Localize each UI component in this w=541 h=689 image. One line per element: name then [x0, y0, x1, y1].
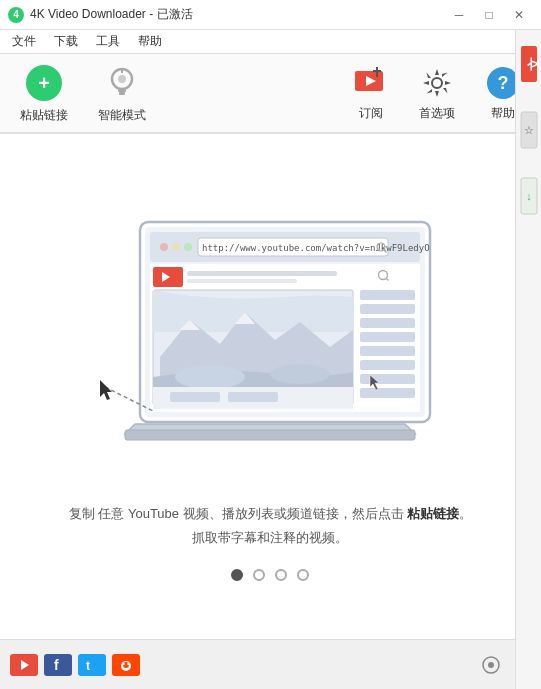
paste-link-button[interactable]: + 粘贴链接	[10, 57, 78, 130]
smart-mode-button[interactable]: 智能模式	[88, 57, 156, 130]
settings-bottom-icon[interactable]	[477, 654, 505, 676]
menu-download[interactable]: 下载	[46, 30, 86, 53]
dot-2[interactable]	[253, 569, 265, 581]
description-line1: 复制 任意 YouTube 视频、播放列表或频道链接，然后点击 粘贴链接。	[69, 502, 473, 525]
desc-period: 。	[459, 506, 472, 521]
svg-point-60	[127, 662, 129, 664]
page-dots	[231, 569, 309, 581]
svg-point-34	[270, 364, 330, 384]
svg-point-11	[432, 78, 442, 88]
svg-text:+: +	[38, 72, 50, 94]
reddit-icon[interactable]	[112, 654, 140, 676]
subscribe-button[interactable]: 订阅	[343, 59, 399, 128]
svg-rect-27	[187, 271, 337, 276]
svg-rect-28	[187, 279, 297, 283]
svg-rect-4	[119, 92, 125, 95]
svg-rect-37	[360, 318, 415, 328]
desc-highlight: 粘贴链接	[407, 506, 459, 521]
svg-point-18	[172, 243, 180, 251]
title-bar-left: 4 4K Video Downloader - 已激活	[8, 6, 193, 23]
dot-1[interactable]	[231, 569, 243, 581]
twitter-icon[interactable]: t	[78, 654, 106, 676]
svg-rect-3	[118, 89, 126, 92]
menu-help[interactable]: 帮助	[130, 30, 170, 53]
right-panel-item-1[interactable]: 文	[517, 34, 541, 94]
right-panel-item-2[interactable]: ☆	[517, 100, 541, 160]
minimize-button[interactable]: ─	[445, 4, 473, 26]
title-bar-controls: ─ □ ✕	[445, 4, 533, 26]
preferences-button[interactable]: 首选项	[409, 59, 465, 128]
preferences-icon	[419, 65, 455, 101]
menu-bar: 文件 下载 工具 帮助	[0, 30, 541, 54]
svg-point-62	[488, 662, 494, 668]
svg-rect-39	[360, 346, 415, 356]
svg-rect-36	[360, 304, 415, 314]
app-title: 4K Video Downloader - 已激活	[30, 6, 193, 23]
description-line2: 抓取带字幕和注释的视频。	[69, 526, 473, 549]
svg-text:t: t	[86, 659, 90, 673]
svg-rect-54	[81, 654, 103, 676]
help-label: 帮助	[491, 105, 515, 122]
svg-rect-40	[360, 360, 415, 370]
maximize-button[interactable]: □	[475, 4, 503, 26]
svg-point-17	[160, 243, 168, 251]
svg-rect-47	[125, 430, 415, 440]
close-button[interactable]: ✕	[505, 4, 533, 26]
svg-point-19	[184, 243, 192, 251]
dot-3[interactable]	[275, 569, 287, 581]
dot-4[interactable]	[297, 569, 309, 581]
svg-rect-38	[360, 332, 415, 342]
laptop-illustration-container: http://www.youtube.com/watch?v=nJkwF9Led…	[69, 212, 473, 581]
svg-rect-35	[360, 290, 415, 300]
right-panel: 文 ☆ ↓	[515, 30, 541, 689]
svg-point-33	[175, 365, 245, 389]
svg-marker-49	[100, 380, 112, 400]
svg-text:f: f	[54, 657, 59, 673]
svg-text:↓: ↓	[526, 190, 532, 202]
smart-mode-icon	[102, 63, 142, 103]
subscribe-label: 订阅	[359, 105, 383, 122]
right-panel-item-3[interactable]: ↓	[517, 166, 541, 226]
svg-rect-45	[228, 392, 278, 402]
description: 复制 任意 YouTube 视频、播放列表或频道链接，然后点击 粘贴链接。 抓取…	[69, 502, 473, 549]
facebook-icon[interactable]: f	[44, 654, 72, 676]
svg-text:?: ?	[498, 73, 509, 93]
preferences-label: 首选项	[419, 105, 455, 122]
svg-point-6	[118, 75, 126, 83]
svg-rect-42	[360, 388, 415, 398]
laptop-illustration: http://www.youtube.com/watch?v=nJkwF9Led…	[80, 212, 460, 482]
svg-text:☆: ☆	[524, 124, 534, 136]
youtube-icon[interactable]	[10, 654, 38, 676]
svg-text:文: 文	[526, 57, 539, 71]
menu-tools[interactable]: 工具	[88, 30, 128, 53]
svg-rect-41	[360, 374, 415, 384]
bottom-bar: f t	[0, 639, 515, 689]
svg-rect-44	[170, 392, 220, 402]
menu-file[interactable]: 文件	[4, 30, 44, 53]
paste-link-icon: +	[24, 63, 64, 103]
svg-text:http://www.youtube.com/watch?v: http://www.youtube.com/watch?v=nJkwF9Led…	[202, 243, 430, 253]
title-bar: 4 4K Video Downloader - 已激活 ─ □ ✕	[0, 0, 541, 30]
subscribe-icon	[353, 65, 389, 101]
desc-copy: 复制 任意 YouTube 视频、播放列表或频道链接，然后点击	[69, 506, 408, 521]
smart-mode-label: 智能模式	[98, 107, 146, 124]
toolbar: + 粘贴链接 智能模式 订阅	[0, 54, 541, 134]
paste-link-label: 粘贴链接	[20, 107, 68, 124]
svg-point-59	[122, 662, 124, 664]
app-icon: 4	[8, 7, 24, 23]
main-content: http://www.youtube.com/watch?v=nJkwF9Led…	[0, 134, 541, 639]
